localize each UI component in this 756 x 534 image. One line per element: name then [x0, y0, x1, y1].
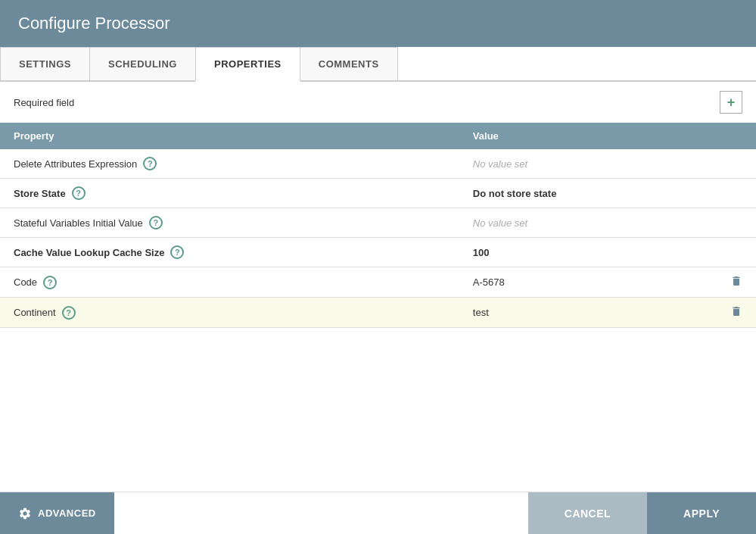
apply-button[interactable]: APPLY — [647, 492, 756, 534]
value-cell: No value set — [459, 149, 717, 179]
properties-content: Required field + Property Value Delete A… — [0, 82, 756, 492]
property-name: Store State — [14, 188, 66, 199]
property-name: Stateful Variables Initial Value — [14, 217, 143, 229]
action-cell — [717, 298, 756, 328]
property-name: Delete Attributes Expression — [14, 158, 137, 170]
value-cell: No value set — [459, 208, 717, 238]
table-row: Delete Attributes Expression?No value se… — [0, 149, 756, 179]
property-cell: Cache Value Lookup Cache Size? — [0, 238, 459, 267]
cancel-button[interactable]: CANCEL — [528, 492, 647, 534]
add-property-button[interactable]: + — [720, 91, 742, 114]
required-field-bar: Required field + — [0, 82, 756, 123]
help-icon[interactable]: ? — [149, 216, 163, 230]
tab-properties[interactable]: PROPERTIES — [195, 47, 300, 82]
required-field-label: Required field — [14, 97, 74, 108]
dialog-title: Configure Processor — [18, 14, 170, 33]
value-cell: test — [459, 298, 717, 328]
property-cell: Delete Attributes Expression? — [0, 149, 459, 179]
tab-settings[interactable]: SETTINGS — [0, 47, 90, 80]
value-cell: Do not store state — [459, 179, 717, 208]
properties-table: Property Value Delete Attributes Express… — [0, 123, 756, 328]
table-row: Continent?test — [0, 298, 756, 328]
action-cell — [717, 149, 756, 179]
property-column-header: Property — [0, 123, 459, 149]
tab-comments[interactable]: COMMENTS — [300, 47, 398, 80]
tab-scheduling[interactable]: SCHEDULING — [89, 47, 196, 80]
gear-icon — [18, 507, 32, 520]
property-name: Continent — [14, 307, 56, 318]
action-cell — [717, 179, 756, 208]
advanced-button[interactable]: ADVANCED — [0, 492, 114, 534]
help-icon[interactable]: ? — [72, 186, 86, 200]
tab-bar: SETTINGS SCHEDULING PROPERTIES COMMENTS — [0, 47, 756, 82]
property-cell: Stateful Variables Initial Value? — [0, 208, 459, 238]
help-icon[interactable]: ? — [43, 276, 57, 289]
action-cell — [717, 238, 756, 267]
property-cell: Code? — [0, 267, 459, 298]
property-name: Code — [14, 276, 37, 288]
footer-right-buttons: CANCEL APPLY — [528, 492, 756, 534]
help-icon[interactable]: ? — [143, 157, 157, 170]
property-cell: Store State? — [0, 179, 459, 208]
table-header-row: Property Value — [0, 123, 756, 149]
help-icon[interactable]: ? — [62, 306, 76, 320]
action-column-header — [717, 123, 756, 149]
value-cell: A-5678 — [459, 267, 717, 298]
table-row: Cache Value Lookup Cache Size?100 — [0, 238, 756, 267]
property-cell: Continent? — [0, 298, 459, 328]
table-row: Store State?Do not store state — [0, 179, 756, 208]
action-cell — [717, 208, 756, 238]
footer: ADVANCED CANCEL APPLY — [0, 492, 756, 534]
delete-icon[interactable] — [730, 275, 742, 287]
help-icon[interactable]: ? — [170, 245, 184, 259]
property-name: Cache Value Lookup Cache Size — [14, 247, 164, 258]
advanced-label: ADVANCED — [38, 507, 96, 519]
action-cell — [717, 267, 756, 298]
main-panel: SETTINGS SCHEDULING PROPERTIES COMMENTS … — [0, 47, 756, 534]
table-row: Code?A-5678 — [0, 267, 756, 298]
value-column-header: Value — [459, 123, 717, 149]
delete-icon[interactable] — [730, 305, 742, 317]
value-cell: 100 — [459, 238, 717, 267]
table-row: Stateful Variables Initial Value?No valu… — [0, 208, 756, 238]
dialog-header: Configure Processor — [0, 0, 756, 47]
